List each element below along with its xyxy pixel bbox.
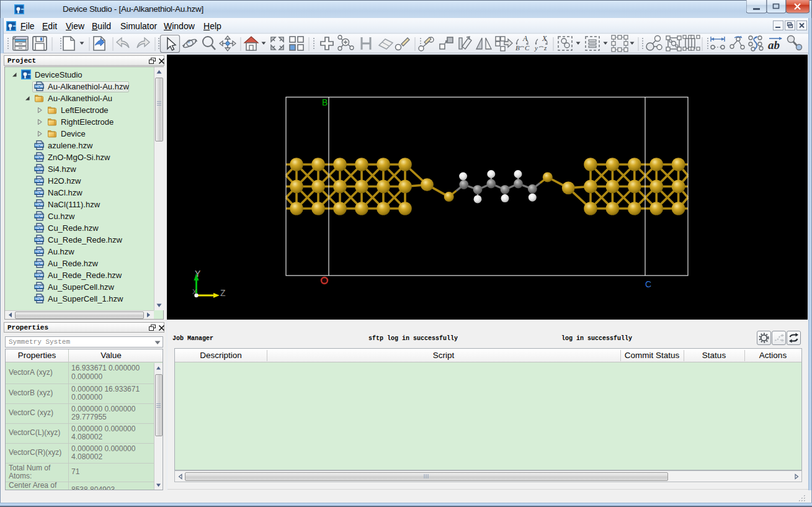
svg-text:ab: ab (768, 38, 780, 52)
svg-text:A: A (522, 34, 528, 43)
svg-text:B: B (515, 44, 520, 52)
svg-text:B: B (322, 97, 328, 107)
svg-text:X: X (542, 34, 547, 43)
svg-text:HZW: HZW (35, 155, 43, 159)
svg-text:HZW: HZW (35, 179, 43, 182)
svg-text:Y: Y (195, 269, 201, 279)
svg-text:C: C (645, 279, 651, 289)
svg-text:z: z (543, 44, 547, 52)
svg-text:HZW: HZW (35, 261, 43, 265)
svg-text:HZW: HZW (35, 202, 43, 206)
svg-text:HZW: HZW (35, 167, 43, 171)
svg-text:y: y (534, 44, 538, 52)
svg-text:HZW: HZW (35, 191, 43, 194)
svg-text:HZW: HZW (35, 226, 43, 230)
svg-text:HZW: HZW (35, 214, 43, 218)
svg-text:HZW: HZW (35, 84, 43, 88)
svg-text:HZW: HZW (35, 285, 43, 289)
svg-text:HZW: HZW (35, 273, 43, 277)
svg-text:HZW: HZW (35, 297, 43, 300)
svg-text:HZW: HZW (35, 238, 43, 241)
svg-text:C: C (525, 44, 530, 52)
svg-text:X: X (192, 288, 197, 295)
svg-text:HZW: HZW (35, 143, 43, 147)
svg-text:HZW: HZW (35, 249, 43, 253)
svg-text:Z: Z (220, 288, 226, 298)
